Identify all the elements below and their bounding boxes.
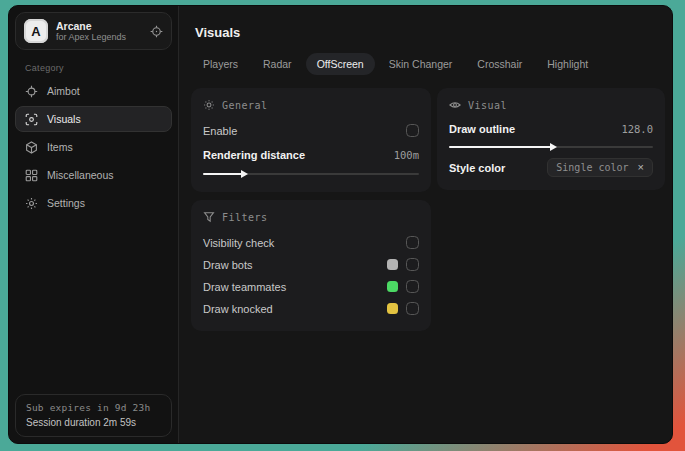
sidebar-item-label: Visuals (47, 113, 81, 125)
draw-bots-label: Draw bots (203, 259, 253, 271)
gear-icon (25, 197, 38, 210)
draw-outline-value: 128.0 (621, 123, 653, 135)
eye-icon (449, 99, 461, 111)
draw-knocked-label: Draw knocked (203, 303, 273, 315)
category-label: Category (25, 63, 162, 73)
sub-expires-text: Sub expires in 9d 23h (26, 402, 161, 413)
close-icon[interactable]: × (638, 162, 644, 173)
target-icon[interactable] (150, 25, 163, 38)
funnel-icon (203, 211, 215, 223)
style-color-value: Single color (556, 162, 628, 173)
scan-icon (25, 113, 38, 126)
slider-fill (449, 146, 551, 148)
sidebar-item-items[interactable]: Items (15, 134, 172, 160)
style-color-label: Style color (449, 162, 505, 174)
sidebar-item-settings[interactable]: Settings (15, 190, 172, 216)
draw-knocked-color-swatch[interactable] (387, 303, 398, 314)
main-panel: Visuals Players Radar OffScreen Skin Cha… (179, 6, 672, 443)
tab-skin-changer[interactable]: Skin Changer (378, 53, 464, 75)
tab-players[interactable]: Players (192, 53, 249, 75)
sidebar-item-aimbot[interactable]: Aimbot (15, 78, 172, 104)
sun-icon (203, 99, 215, 111)
sidebar: A Arcane for Apex Legends Category (9, 6, 179, 443)
tab-radar[interactable]: Radar (252, 53, 303, 75)
slider-fill (203, 173, 242, 175)
draw-teammates-checkbox[interactable] (406, 280, 419, 293)
tab-offscreen[interactable]: OffScreen (306, 53, 375, 75)
session-duration-text: Session duration 2m 59s (26, 417, 161, 428)
brand-card: A Arcane for Apex Legends (15, 12, 172, 50)
sidebar-item-label: Settings (47, 197, 85, 209)
app-window: A Arcane for Apex Legends Category (8, 5, 673, 444)
sidebar-item-label: Miscellaneous (47, 169, 114, 181)
draw-bots-checkbox[interactable] (406, 258, 419, 271)
rendering-distance-value: 100m (394, 149, 419, 161)
crosshair-icon (25, 85, 38, 98)
brand-logo: A (24, 19, 48, 43)
card-header-label: Visual (468, 100, 507, 111)
visibility-check-label: Visibility check (203, 237, 274, 249)
card-header-label: Filters (222, 212, 268, 223)
card-header-label: General (222, 100, 268, 111)
sidebar-nav: Aimbot Visuals Items (15, 78, 172, 216)
draw-outline-label: Draw outline (449, 123, 515, 135)
enable-checkbox[interactable] (406, 124, 419, 137)
tab-highlight[interactable]: Highlight (536, 53, 599, 75)
rendering-distance-slider[interactable] (203, 170, 419, 178)
sidebar-item-label: Aimbot (47, 85, 80, 97)
style-color-select[interactable]: Single color × (547, 158, 653, 177)
enable-label: Enable (203, 125, 237, 137)
cube-icon (25, 141, 38, 154)
sidebar-item-visuals[interactable]: Visuals (15, 106, 172, 132)
rendering-distance-label: Rendering distance (203, 149, 305, 161)
sidebar-item-label: Items (47, 141, 73, 153)
draw-knocked-checkbox[interactable] (406, 302, 419, 315)
visibility-check-checkbox[interactable] (406, 236, 419, 249)
slider-thumb[interactable] (241, 170, 248, 178)
page-title: Visuals (195, 25, 666, 40)
draw-teammates-label: Draw teammates (203, 281, 286, 293)
brand-subtitle: for Apex Legends (56, 32, 126, 42)
subscription-info-card: Sub expires in 9d 23h Session duration 2… (15, 394, 172, 437)
sidebar-item-miscellaneous[interactable]: Miscellaneous (15, 162, 172, 188)
general-card: General Enable Rendering distance 100m (191, 88, 431, 192)
tab-bar: Players Radar OffScreen Skin Changer Cro… (192, 53, 666, 75)
brand-name: Arcane (56, 20, 126, 32)
grid-icon (25, 169, 38, 182)
visual-card: Visual Draw outline 128.0 Style color (437, 88, 665, 190)
slider-thumb[interactable] (550, 143, 557, 151)
draw-outline-slider[interactable] (449, 143, 653, 151)
filters-card: Filters Visibility check Draw bots (191, 200, 431, 331)
draw-teammates-color-swatch[interactable] (387, 281, 398, 292)
tab-crosshair[interactable]: Crosshair (466, 53, 533, 75)
draw-bots-color-swatch[interactable] (387, 259, 398, 270)
